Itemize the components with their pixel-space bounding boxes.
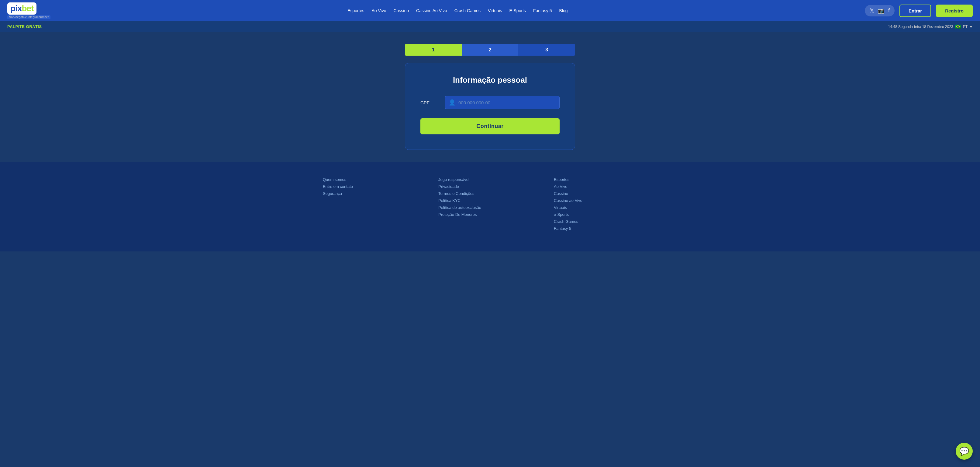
nav-cassino-ao-vivo[interactable]: Cassino Ao Vivo — [416, 8, 447, 13]
step-3: 3 — [518, 44, 575, 56]
logo[interactable]: pixbet — [7, 2, 37, 14]
footer-quem-somos[interactable]: Quem somos — [323, 177, 426, 182]
facebook-icon[interactable]: f — [888, 7, 890, 14]
chat-icon: 💬 — [959, 446, 969, 456]
footer-col-2: Jogo responsável Privacidade Termos e Co… — [438, 177, 542, 233]
header-right: 𝕏 📷 f Entrar Registro — [865, 5, 973, 17]
cpf-input[interactable] — [458, 100, 556, 105]
logo-tagline: Non-negative integral number — [7, 15, 51, 19]
logo-text: pixbet — [10, 4, 33, 13]
footer-cassino[interactable]: Cassino — [554, 191, 657, 196]
nav-cassino[interactable]: Cassino — [393, 8, 409, 13]
header: pixbet Non-negative integral number Espo… — [0, 0, 980, 21]
footer-crash-games[interactable]: Crash Games — [554, 219, 657, 224]
footer-col-3: Esportes Ao Vivo Cassino Cassino ao Vivo… — [554, 177, 657, 233]
step-2: 2 — [462, 44, 519, 56]
footer-e-sports[interactable]: e-Sports — [554, 212, 657, 217]
nav-e-sports[interactable]: E-Sports — [509, 8, 526, 13]
footer-grid: Quem somos Entre em contato Segurança Jo… — [323, 177, 657, 233]
footer-protecao-menores[interactable]: Proteção De Menores — [438, 212, 542, 217]
twitter-icon[interactable]: 𝕏 — [870, 7, 874, 14]
main-content: 1 2 3 Informação pessoal CPF 👤 Continuar — [0, 32, 980, 162]
registration-steps: 1 2 3 — [405, 44, 575, 56]
nav-crash-games[interactable]: Crash Games — [455, 8, 480, 13]
nav-fantasy5[interactable]: Fantasy 5 — [533, 8, 552, 13]
flag-icon: 🇧🇷 — [955, 24, 961, 29]
footer-col-1: Quem somos Entre em contato Segurança — [323, 177, 426, 233]
cpf-row: CPF 👤 — [420, 96, 560, 109]
user-icon: 👤 — [449, 99, 455, 106]
sub-header: PALPITE GRÁTIS 14:48 Segunda-feira 18 De… — [0, 21, 980, 32]
registro-button[interactable]: Registro — [936, 5, 973, 17]
entrar-button[interactable]: Entrar — [899, 5, 931, 17]
nav-blog[interactable]: Blog — [559, 8, 568, 13]
footer-ao-vivo[interactable]: Ao Vivo — [554, 184, 657, 189]
cpf-input-wrapper: 👤 — [445, 96, 560, 109]
footer-cassino-ao-vivo[interactable]: Cassino ao Vivo — [554, 198, 657, 203]
footer-politica-kyc[interactable]: Política KYC — [438, 198, 542, 203]
lang-chevron-icon[interactable]: ▼ — [969, 25, 973, 29]
form-title: Informação pessoal — [420, 75, 560, 85]
continuar-button[interactable]: Continuar — [420, 118, 560, 134]
footer-virtuais[interactable]: Virtuais — [554, 205, 657, 210]
step-1: 1 — [405, 44, 462, 56]
nav-esportes[interactable]: Esportes — [347, 8, 364, 13]
datetime-text: 14:48 Segunda-feira 18 Dezembro 2023 — [888, 25, 953, 29]
nav-virtuais[interactable]: Virtuais — [488, 8, 502, 13]
instagram-icon[interactable]: 📷 — [878, 7, 885, 14]
footer-entre-em-contato[interactable]: Entre em contato — [323, 184, 426, 189]
footer-fantasy5[interactable]: Fantasy 5 — [554, 226, 657, 231]
nav: Esportes Ao Vivo Cassino Cassino Ao Vivo… — [347, 8, 568, 13]
cpf-label: CPF — [420, 100, 439, 105]
registration-form-card: Informação pessoal CPF 👤 Continuar — [405, 63, 575, 150]
lang-selector[interactable]: PT — [963, 25, 967, 29]
footer-jogo-responsavel[interactable]: Jogo responsável — [438, 177, 542, 182]
sub-header-right: 14:48 Segunda-feira 18 Dezembro 2023 🇧🇷 … — [888, 24, 973, 29]
footer-privacidade[interactable]: Privacidade — [438, 184, 542, 189]
footer: Quem somos Entre em contato Segurança Jo… — [0, 162, 980, 252]
footer-autoexclusao[interactable]: Política de autoexclusão — [438, 205, 542, 210]
footer-seguranca[interactable]: Segurança — [323, 191, 426, 196]
palpite-gratis-link[interactable]: PALPITE GRÁTIS — [7, 24, 42, 29]
footer-esportes[interactable]: Esportes — [554, 177, 657, 182]
logo-area: pixbet Non-negative integral number — [7, 2, 51, 19]
chat-bubble[interactable]: 💬 — [956, 443, 973, 460]
footer-termos[interactable]: Termos e Condições — [438, 191, 542, 196]
nav-ao-vivo[interactable]: Ao Vivo — [371, 8, 386, 13]
social-icons: 𝕏 📷 f — [865, 5, 894, 16]
